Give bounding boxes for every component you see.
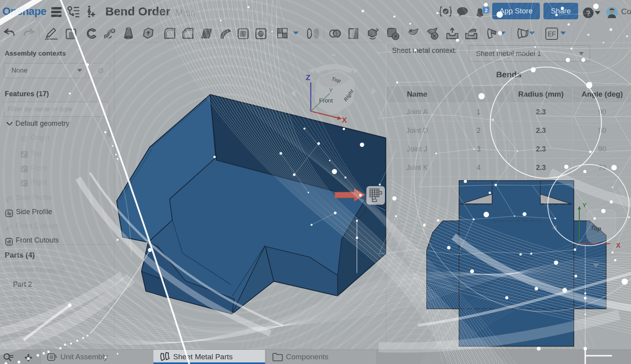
svg-text:X: X — [616, 242, 621, 249]
svg-text:X: X — [342, 116, 347, 124]
svg-text:?: ? — [586, 9, 590, 17]
svg-text:EF: EF — [548, 31, 556, 37]
svg-text:Front: Front — [319, 97, 333, 104]
svg-text:Z: Z — [306, 73, 310, 82]
svg-text:Y: Y — [329, 87, 333, 93]
svg-text:2: 2 — [485, 7, 487, 13]
svg-text:Y: Y — [582, 202, 586, 208]
